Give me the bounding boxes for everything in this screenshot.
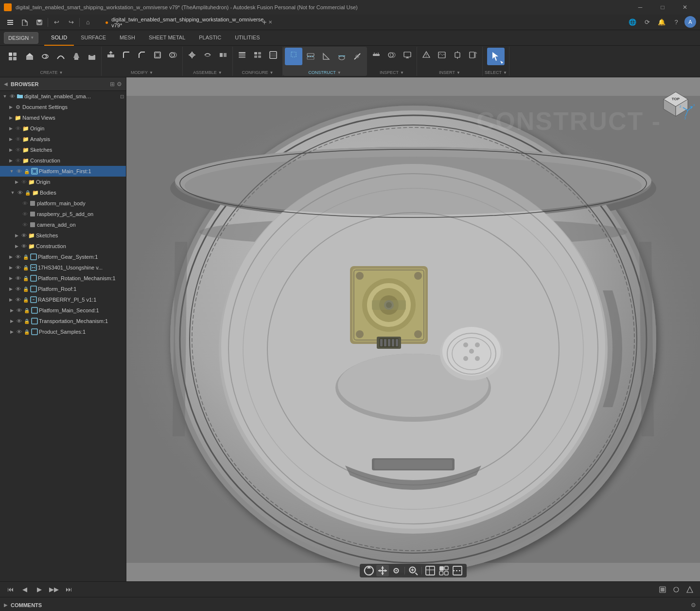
tab-surface[interactable]: SURFACE: [74, 30, 113, 46]
midplane-button[interactable]: [303, 49, 318, 64]
tab-plastic[interactable]: PLASTIC: [192, 30, 228, 46]
look-button[interactable]: [390, 565, 402, 576]
prev-frame-button[interactable]: ◀: [18, 583, 31, 596]
eye-construction2[interactable]: 👁: [20, 243, 27, 250]
lock-product-samples[interactable]: 🔒: [23, 328, 30, 335]
expand-sketches2[interactable]: ▶: [14, 233, 19, 238]
expand-product-samples[interactable]: ▶: [9, 329, 15, 335]
tree-item-transport[interactable]: ▶ 👁 🔒 Transportation_Mechanism:1: [0, 316, 126, 326]
select-button[interactable]: [487, 48, 505, 65]
expand-roof[interactable]: ▶: [8, 286, 14, 292]
eye-body-camera[interactable]: 👁: [21, 221, 28, 228]
axis-button[interactable]: [350, 49, 365, 64]
expand-doc-settings[interactable]: ▶: [8, 104, 14, 110]
maximize-button[interactable]: □: [651, 0, 674, 15]
lock-gear[interactable]: 🔒: [22, 253, 29, 260]
expand-platform-main-first[interactable]: ▼: [9, 168, 15, 174]
shell-button[interactable]: [150, 48, 165, 62]
angle-button[interactable]: [319, 49, 333, 64]
lock-main-second[interactable]: 🔒: [23, 307, 30, 314]
display-mode-button[interactable]: [438, 565, 450, 576]
eye-analysis[interactable]: 👁: [15, 136, 21, 143]
insert-decal-button[interactable]: [450, 48, 465, 62]
lock-bodies[interactable]: 🔒: [24, 189, 31, 196]
tree-item-origin[interactable]: ▶ 👁 📁 Origin: [0, 123, 126, 134]
tree-item-construction-root[interactable]: ▶ 👁 📁 Construction: [0, 155, 126, 166]
lock-stepper[interactable]: 🔒: [22, 264, 29, 271]
expand-root[interactable]: ▼: [2, 93, 8, 99]
tree-item-body-main[interactable]: 👁 platform_main_body: [0, 198, 126, 209]
revolve-button[interactable]: [38, 49, 52, 64]
eye-bodies[interactable]: 👁: [17, 189, 23, 196]
eye-roof[interactable]: 👁: [15, 286, 21, 292]
view-cube[interactable]: TOP x y z: [656, 82, 695, 121]
minimize-button[interactable]: ─: [629, 0, 651, 15]
zoom-button[interactable]: [407, 565, 420, 576]
eye-platform-main-first[interactable]: 👁: [16, 168, 22, 175]
tree-item-body-raspberry[interactable]: 👁 raspberry_pi_5_add_on: [0, 209, 126, 219]
insert-svg-button[interactable]: [466, 48, 480, 62]
browser-settings[interactable]: ⚙: [117, 81, 122, 88]
lock-platform-main-first[interactable]: 🔒: [23, 168, 30, 175]
press-pull-button[interactable]: [104, 48, 118, 62]
eye-gear[interactable]: 👁: [15, 253, 21, 260]
app-menu-button[interactable]: [4, 16, 17, 29]
offset-plane-button[interactable]: [285, 48, 302, 65]
save-button[interactable]: [33, 16, 46, 29]
tree-item-bodies[interactable]: ▼ 👁 🔒 📁 Bodies: [0, 187, 126, 198]
expand-construction2[interactable]: ▶: [14, 243, 19, 249]
eye-sketches[interactable]: 👁: [15, 146, 21, 153]
expand-stepper[interactable]: ▶: [8, 265, 14, 270]
design-variants-button[interactable]: [250, 48, 265, 62]
extrude-button[interactable]: [22, 49, 37, 64]
insert-mesh-button[interactable]: [419, 48, 434, 62]
lock-roof[interactable]: 🔒: [22, 286, 29, 292]
eye-main-second[interactable]: 👁: [16, 307, 22, 314]
eye-raspberry-link[interactable]: 👁: [15, 296, 21, 303]
expand-named-views[interactable]: ▶: [8, 115, 14, 121]
lock-rotation[interactable]: 🔒: [22, 275, 29, 282]
fillet-button[interactable]: [119, 48, 134, 62]
interference-button[interactable]: [385, 48, 399, 62]
tree-item-sketches2[interactable]: ▶ 👁 📁 Sketches: [0, 230, 126, 241]
expand-analysis[interactable]: ▶: [8, 136, 14, 142]
tab-solid[interactable]: SOLID: [44, 30, 74, 46]
design-mode-button[interactable]: DESIGN ▼: [4, 32, 38, 44]
next-frame-button[interactable]: ▶▶: [48, 583, 60, 596]
section-view-button[interactable]: [451, 565, 464, 576]
help-icon[interactable]: ?: [670, 16, 682, 29]
tree-item-origin2[interactable]: ▶ 👁 📁 Origin: [0, 177, 126, 187]
contact-sets-button[interactable]: [216, 48, 230, 62]
comments-collapse-icon[interactable]: ▶: [4, 602, 8, 608]
grid-view-button[interactable]: [424, 565, 437, 576]
fast-forward-button[interactable]: ⏭: [62, 583, 75, 596]
browser-collapse-icon[interactable]: ◀: [4, 81, 8, 87]
expand-construction-root[interactable]: ▶: [8, 158, 14, 163]
tree-item-product-samples[interactable]: ▶ 👁 🔒 Product_Samples:1: [0, 326, 126, 337]
display-button[interactable]: [400, 48, 415, 62]
chamfer-button[interactable]: [135, 48, 149, 62]
browser-expand-all[interactable]: ⊞: [110, 81, 115, 88]
rules-button[interactable]: [266, 48, 280, 62]
tree-item-stepper[interactable]: ▶ 👁 🔒 17HS3401_Usongshine v...: [0, 262, 126, 273]
sweep-button[interactable]: [53, 49, 68, 64]
eye-body-raspberry[interactable]: 👁: [21, 211, 28, 217]
pan-button[interactable]: [376, 565, 389, 576]
redo-button[interactable]: ↪: [65, 16, 77, 29]
account-icon[interactable]: A: [684, 16, 696, 28]
expand-origin[interactable]: ▶: [8, 126, 14, 131]
eye-body-main[interactable]: 👁: [21, 200, 28, 207]
eye-construction-root[interactable]: 👁: [15, 157, 21, 164]
simulation-tool-2[interactable]: [670, 583, 682, 596]
insert-canvas-button[interactable]: [435, 48, 449, 62]
eye-transport[interactable]: 👁: [16, 318, 22, 324]
expand-transport[interactable]: ▶: [9, 318, 15, 324]
expand-main-second[interactable]: ▶: [9, 307, 15, 313]
combine-button[interactable]: [166, 48, 180, 62]
parameters-button[interactable]: [235, 48, 249, 62]
tree-item-body-camera[interactable]: 👁 camera_add_on: [0, 219, 126, 230]
root-options[interactable]: ⊡: [120, 94, 124, 99]
tree-item-sketches[interactable]: ▶ 👁 📁 Sketches: [0, 144, 126, 155]
notification-icon[interactable]: 🔔: [655, 16, 668, 29]
tree-item-platform-main-first[interactable]: ▼ 👁 🔒 Platform_Main_First:1: [0, 166, 126, 177]
